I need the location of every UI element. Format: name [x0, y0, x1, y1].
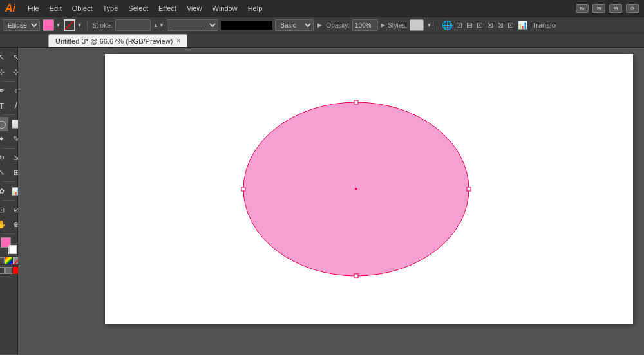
align-middle-icon[interactable]: ⊠	[497, 21, 504, 30]
handle-top[interactable]	[354, 100, 358, 104]
styles-label: Styles:	[388, 22, 407, 29]
styles-swatch[interactable]	[410, 19, 424, 31]
fullscreen-mode-btn[interactable]	[5, 267, 12, 274]
selection-tool[interactable]: ↖	[0, 50, 8, 64]
paintbrush-tool[interactable]: ✦	[0, 132, 8, 146]
handle-center	[355, 188, 357, 190]
canvas-svg	[105, 54, 633, 324]
tool-divider-2	[3, 114, 15, 115]
stroke-swatch-left[interactable]	[8, 245, 17, 254]
menu-type[interactable]: Type	[99, 3, 123, 14]
menu-help[interactable]: Help	[243, 3, 267, 14]
align-right-icon[interactable]: ⊡	[477, 21, 483, 30]
tool-divider-4	[3, 181, 15, 182]
artboard	[105, 54, 633, 324]
stock-icon[interactable]: St	[592, 4, 605, 13]
document-tab[interactable]: Untitled-3* @ 66.67% (RGB/Preview) ×	[48, 34, 187, 47]
globe-icon[interactable]: 🌐	[442, 20, 453, 30]
sync-icon[interactable]: ⟳	[626, 4, 639, 13]
stroke-swatch[interactable]	[64, 19, 75, 31]
divider-1	[87, 20, 88, 30]
transform-label: Transfo	[532, 21, 556, 29]
tool-divider-5	[3, 200, 15, 201]
shape-selector[interactable]: Ellipse	[3, 19, 40, 31]
handle-bottom[interactable]	[354, 274, 358, 278]
tool-divider-6	[3, 233, 15, 234]
align-left-icon[interactable]: ⊡	[456, 21, 462, 30]
tool-divider-3	[3, 148, 15, 149]
stroke-preview	[221, 21, 272, 30]
screen-mode-group	[0, 267, 20, 274]
title-icons: Br St ⊞ ⟳	[576, 4, 639, 13]
title-bar: Ai File Edit Object Type Select Effect V…	[0, 0, 644, 17]
stroke-indicator[interactable]: ▼	[64, 19, 82, 31]
left-toolbar: ↖ ↖ ⊹ ⊹ ✒ + T / ◯ ⬜ ✦ ✎ ↻ ⇲ ⤡	[0, 48, 18, 354]
fill-indicator[interactable]: ▼	[43, 19, 61, 31]
align-bottom-icon[interactable]: ⊡	[507, 21, 514, 30]
menu-bar: File Edit Object Type Select Effect View…	[23, 3, 267, 14]
handle-left[interactable]	[242, 187, 245, 191]
fill-color-swatch[interactable]	[43, 19, 54, 31]
ellipse-tool[interactable]: ◯	[0, 117, 8, 131]
magic-wand-tool[interactable]: ⊹	[0, 65, 8, 79]
menu-view[interactable]: View	[182, 3, 207, 14]
bridge-icon[interactable]: Br	[576, 4, 589, 13]
main-area: ↖ ↖ ⊹ ⊹ ✒ + T / ◯ ⬜ ✦ ✎ ↻ ⇲ ⤡	[0, 48, 644, 354]
chart-icon[interactable]: 📊	[518, 21, 527, 30]
symbol-sprayer-tool[interactable]: ✿	[0, 184, 8, 198]
basic-style-select[interactable]: Basic	[275, 19, 314, 31]
app-logo: Ai	[5, 3, 15, 14]
tab-bar: Untitled-3* @ 66.67% (RGB/Preview) ×	[0, 33, 644, 48]
divider-2	[437, 20, 437, 30]
rotate-tool[interactable]: ↻	[0, 150, 8, 165]
type-tool[interactable]: T	[0, 98, 8, 113]
menu-object[interactable]: Object	[68, 3, 97, 14]
styles-arrow: ▼	[426, 22, 432, 28]
artboard-tool[interactable]: ⊡	[0, 203, 8, 217]
menu-edit[interactable]: Edit	[45, 3, 66, 14]
align-center-icon[interactable]: ⊟	[466, 21, 473, 30]
color-mode-group	[0, 257, 20, 264]
grid-icon[interactable]: ⊞	[609, 4, 622, 13]
fill-arrow: ▼	[55, 22, 61, 28]
hand-tool[interactable]: ✋	[0, 217, 8, 232]
opacity-label: Opacity:	[326, 22, 350, 29]
opacity-input[interactable]	[352, 19, 378, 31]
stroke-slash-icon	[65, 21, 74, 30]
arrow-right: ▶	[317, 22, 322, 28]
menu-window[interactable]: Window	[208, 3, 242, 14]
warp-tool[interactable]: ⤡	[0, 165, 8, 179]
tool-divider-1	[3, 81, 15, 82]
stroke-type-select[interactable]: ——————	[167, 19, 218, 31]
tab-close-button[interactable]: ×	[176, 37, 180, 44]
opacity-arrow: ▶	[381, 22, 385, 28]
stroke-label: Stroke:	[92, 22, 113, 29]
normal-mode-btn[interactable]	[0, 267, 5, 274]
none-color-btn[interactable]	[0, 257, 5, 264]
pen-tool[interactable]: ✒	[0, 84, 8, 98]
color-swatches	[1, 237, 17, 254]
handle-right[interactable]	[467, 187, 471, 191]
options-toolbar: Ellipse ▼ ▼ Stroke: ▲▼ —————— Basic ▶ Op…	[0, 17, 644, 33]
gradient-btn[interactable]	[5, 257, 12, 264]
stroke-arrow: ▼	[77, 22, 82, 28]
align-top-icon[interactable]: ⊠	[487, 21, 493, 30]
stroke-unit-arrow: ▲▼	[153, 22, 165, 28]
tab-title: Untitled-3* @ 66.67% (RGB/Preview)	[55, 37, 173, 45]
menu-file[interactable]: File	[23, 3, 44, 14]
menu-select[interactable]: Select	[124, 3, 153, 14]
svg-line-0	[65, 21, 74, 30]
menu-effect[interactable]: Effect	[154, 3, 181, 14]
stroke-width-input[interactable]	[115, 19, 151, 31]
canvas-area[interactable]	[18, 48, 644, 354]
